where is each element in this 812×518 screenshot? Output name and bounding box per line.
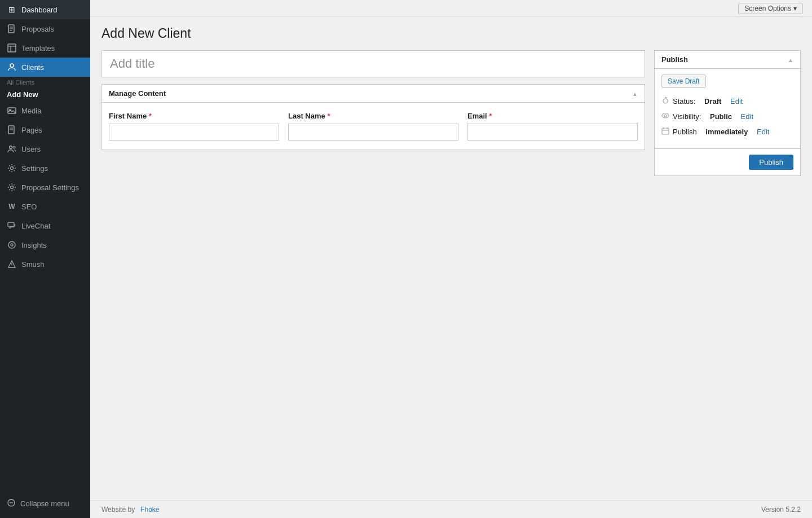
sidebar-item-media[interactable]: Media [0,101,90,120]
svg-point-14 [13,146,15,148]
screen-options-button[interactable]: Screen Options ▾ [738,3,803,14]
svg-point-13 [10,146,12,149]
publish-button[interactable]: Publish [749,155,793,170]
dashboard-icon: ⊞ [7,5,17,15]
insights-icon [7,240,17,250]
collapse-icon [7,498,16,509]
status-label: Status: [673,97,695,106]
visibility-icon [661,112,669,121]
media-icon [7,106,17,116]
footer-version: Version 5.2.2 [761,506,801,513]
svg-point-19 [11,244,13,246]
manage-content-box: Manage Content First Name * [102,84,645,150]
email-input[interactable] [467,124,638,141]
svg-point-15 [11,167,14,170]
sidebar-item-clients[interactable]: Clients [0,58,90,77]
publish-time-edit-link[interactable]: Edit [757,128,769,136]
sidebar-item-label: SEO [21,203,37,211]
page-title: Add New Client [102,26,801,41]
sidebar-item-templates[interactable]: Templates [0,38,90,58]
sidebar-item-label: Templates [21,44,55,52]
content-row: Manage Content First Name * [102,50,801,491]
sidebar-item-seo[interactable]: W SEO [0,197,90,216]
sidebar-item-proposals[interactable]: Proposals [0,19,90,38]
sidebar-item-label: Dashboard [21,6,58,14]
title-input[interactable] [102,50,645,77]
publish-footer: Publish [655,148,800,175]
publish-title: Publish [661,55,688,64]
sidebar-item-dashboard[interactable]: ⊞ Dashboard [0,0,90,19]
main-editor: Manage Content First Name * [102,50,645,150]
sidebar-item-insights[interactable]: Insights [0,235,90,254]
visibility-row: Visibility: Public Edit [661,109,793,124]
proposal-settings-icon [7,182,17,192]
email-required: * [489,112,492,120]
pages-icon [7,125,17,135]
publish-body: Save Draft Status: Draft Edit [655,69,800,145]
svg-point-26 [664,115,667,117]
manage-content-toggle-icon [632,89,638,98]
publish-time-label: Publish [673,128,697,136]
status-value: Draft [704,97,721,106]
publish-time-value: immediately [705,128,748,136]
settings-icon [7,163,17,173]
collapse-menu[interactable]: Collapse menu [0,494,90,513]
users-icon [7,144,17,154]
email-label: Email * [467,112,638,120]
last-name-label: Last Name * [288,112,458,120]
manage-content-header[interactable]: Manage Content [102,85,645,103]
sidebar-sub-add-new[interactable]: Add New [0,88,90,101]
screen-options-label: Screen Options [744,5,791,12]
sidebar-item-label: Proposal Settings [21,183,79,192]
svg-point-25 [662,113,669,118]
last-name-input[interactable] [288,124,458,141]
status-row: Status: Draft Edit [661,94,793,109]
screen-options-chevron-icon: ▾ [793,5,797,12]
visibility-value: Public [710,112,732,121]
form-row: First Name * Last Name * [109,112,638,141]
livechat-icon [7,221,17,231]
svg-point-16 [11,186,14,189]
seo-icon: W [7,201,17,212]
manage-content-body: First Name * Last Name * [102,103,645,150]
status-edit-link[interactable]: Edit [730,97,743,106]
visibility-label: Visibility: [673,112,701,121]
svg-rect-27 [662,128,669,134]
publish-box: Publish Save Draft Status: Draft Edit [654,50,801,176]
sidebar-item-label: Insights [21,241,47,249]
footer: Website by Fhoke Version 5.2.2 [90,501,812,518]
publish-time-row: Publish immediately Edit [661,124,793,139]
visibility-edit-link[interactable]: Edit [741,112,753,121]
manage-content-title: Manage Content [109,89,166,98]
first-name-label: First Name * [109,112,279,120]
sidebar-item-users[interactable]: Users [0,139,90,159]
svg-rect-4 [8,44,16,52]
sidebar-item-livechat[interactable]: LiveChat [0,216,90,235]
last-name-field: Last Name * [288,112,458,141]
proposals-icon [7,24,17,34]
save-draft-button[interactable]: Save Draft [661,74,706,88]
last-name-required: * [327,112,330,120]
svg-point-7 [10,64,14,67]
all-clients-label: All Clients [0,77,90,88]
fhoke-link[interactable]: Fhoke [140,506,159,513]
email-field: Email * [467,112,638,141]
sidebar-item-label: Smush [21,260,44,269]
sidebar-item-label: Pages [21,126,42,134]
sidebar-item-settings[interactable]: Settings [0,159,90,178]
topbar: Screen Options ▾ [90,0,812,17]
sidebar-item-smush[interactable]: Smush [0,254,90,274]
calendar-icon [661,127,669,137]
sidebar-item-label: Users [21,145,41,153]
footer-left: Website by Fhoke [102,506,160,513]
first-name-input[interactable] [109,124,279,141]
smush-icon [7,259,17,269]
collapse-label: Collapse menu [20,499,69,508]
publish-header[interactable]: Publish [655,51,800,69]
sidebar-item-proposal-settings[interactable]: Proposal Settings [0,178,90,197]
sidebar-item-label: Proposals [21,25,54,33]
templates-icon [7,43,17,53]
publish-toggle-icon [788,55,793,64]
sidebar-item-pages[interactable]: Pages [0,120,90,139]
sidebar-item-label: LiveChat [21,222,50,230]
